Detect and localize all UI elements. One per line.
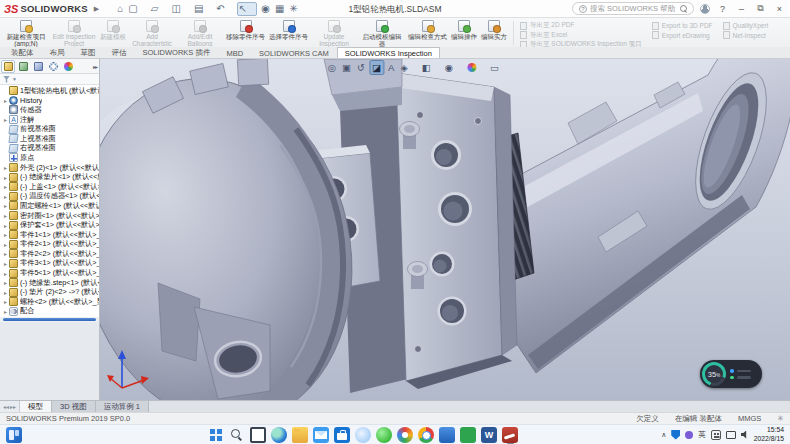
expand-arrow-icon[interactable]: ▸: [2, 289, 9, 296]
close-button[interactable]: ×: [773, 4, 786, 14]
units-selector[interactable]: MMGS: [738, 414, 761, 423]
quick-access-button[interactable]: ◫ ▾: [170, 2, 189, 16]
taskbar-app-button[interactable]: [313, 427, 329, 444]
view-tool-button[interactable]: ◧ ▾: [420, 60, 441, 75]
tree-item[interactable]: ▸ 零件5<1> (默认<<默认>_显示状: [2, 268, 99, 278]
command-tab[interactable]: 布局: [42, 47, 73, 58]
taskbar-app-button[interactable]: [229, 427, 245, 444]
quick-access-button[interactable]: ▦ ▾: [274, 2, 285, 16]
tree-item[interactable]: ▸ 原点: [2, 153, 99, 163]
tree-item[interactable]: ▸ 1型铝轮热电机 (默认<默认_显示状态-1: [2, 86, 99, 96]
command-tab[interactable]: 评估: [104, 47, 135, 58]
network-monitor-icon[interactable]: [726, 431, 736, 439]
expand-arrow-icon[interactable]: ▸: [2, 250, 9, 257]
expand-arrow-icon[interactable]: ▸: [2, 202, 9, 209]
quick-access-button[interactable]: ↶ ▾: [215, 2, 233, 16]
quick-access-button[interactable]: ✳ ▾: [288, 2, 306, 16]
tree-item[interactable]: ▸ (-) 温度传感器<1> (默认<<默认>_: [2, 192, 99, 202]
ribbon-button[interactable]: Add Characteristic: [128, 19, 176, 47]
tray-app-icon[interactable]: [685, 431, 693, 439]
panel-tab-overflow-icon[interactable]: ▸▸: [93, 63, 98, 70]
scroll-first-icon[interactable]: ◂◂: [3, 403, 9, 410]
restore-button[interactable]: ⧉: [754, 3, 767, 14]
expand-arrow-icon[interactable]: ▸: [2, 308, 9, 315]
help-button[interactable]: ?: [716, 4, 729, 14]
expand-arrow-icon[interactable]: ▸: [2, 231, 9, 238]
command-tab[interactable]: SOLIDWORKS Inspection: [337, 47, 440, 58]
document-tab[interactable]: 运动算例 1: [96, 401, 149, 412]
tab-configuration-manager[interactable]: [31, 60, 45, 73]
ribbon-button[interactable]: 新建检查项目(amp;N): [2, 19, 50, 47]
expand-arrow-icon[interactable]: ▸: [2, 222, 9, 229]
tree-filter-row[interactable]: ▼: [0, 74, 99, 85]
document-tab[interactable]: 3D 视图: [52, 401, 96, 412]
export-button[interactable]: QualityXpert: [723, 22, 769, 30]
expand-arrow-icon[interactable]: ▸: [2, 241, 9, 248]
search-icon[interactable]: [680, 5, 687, 12]
taskbar-app-button[interactable]: [439, 427, 455, 444]
ime-keyboard-icon[interactable]: [711, 430, 721, 440]
minimize-button[interactable]: –: [735, 4, 748, 14]
tree-item[interactable]: ▸ History: [2, 96, 99, 106]
expand-arrow-icon[interactable]: ▸: [2, 97, 9, 104]
document-tab[interactable]: 模型: [20, 401, 52, 412]
export-button[interactable]: Export eDrawing: [652, 31, 713, 39]
quick-access-button[interactable]: ↖ ▾: [237, 2, 257, 16]
expand-arrow-icon[interactable]: ▸: [2, 298, 9, 305]
expand-arrow-icon[interactable]: ▸: [2, 270, 9, 277]
taskbar-app-button[interactable]: [334, 427, 350, 444]
tree-item[interactable]: ▸ 配合: [2, 307, 99, 317]
hidden-icons-chevron[interactable]: ∧: [661, 431, 666, 439]
tab-scroll-buttons[interactable]: ◂◂ ▸▸: [0, 401, 20, 412]
export-button[interactable]: Export to 3D PDF: [652, 22, 713, 30]
tab-property-manager[interactable]: [16, 60, 30, 73]
filter-caret-icon[interactable]: ▼: [12, 76, 17, 82]
taskbar-app-button[interactable]: [208, 427, 224, 444]
tree-item[interactable]: ▸ 零件2<2> (默认<<默认>_显示状: [2, 249, 99, 259]
tree-item[interactable]: ▸ 螺栓<2> (默认<<默认>_显示状态: [2, 297, 99, 307]
view-tool-button[interactable]: A ▾: [386, 60, 396, 75]
command-tab[interactable]: 草图: [73, 47, 104, 58]
view-tool-button[interactable]: ◎ ▾: [326, 60, 338, 75]
clock[interactable]: 15:54 2022/8/15: [754, 426, 784, 442]
tree-item[interactable]: ▸ 固定螺栓<1> (默认<<默认>_显示: [2, 201, 99, 211]
taskbar-app-button[interactable]: [355, 427, 371, 444]
ribbon-button[interactable]: Edit Inspection Project: [50, 19, 98, 47]
tab-dimxpert-manager[interactable]: [46, 60, 60, 73]
ribbon-button[interactable]: Add/Edit Balloons: [176, 19, 224, 47]
ribbon-button[interactable]: 新建模板: [98, 19, 128, 47]
menu-expander-icon[interactable]: ▶: [94, 5, 99, 13]
tab-display-manager[interactable]: [61, 60, 75, 73]
tree-item[interactable]: ▸ (-) 绝缘垫.step<1> (默认<<默认>: [2, 278, 99, 288]
rollback-bar[interactable]: [3, 318, 96, 321]
expand-arrow-icon[interactable]: ▸: [2, 183, 9, 190]
filter-funnel-icon[interactable]: [3, 76, 10, 83]
battery-overlay-widget[interactable]: 35 %: [700, 360, 762, 388]
defender-shield-icon[interactable]: [671, 430, 680, 440]
expand-arrow-icon[interactable]: ▸: [2, 279, 9, 286]
ribbon-button[interactable]: Update Inspection Project: [310, 19, 358, 47]
taskbar-app-button[interactable]: [418, 427, 434, 444]
command-tab[interactable]: 装配体: [3, 47, 42, 58]
view-tool-button[interactable]: ↺ ▾: [355, 60, 367, 75]
command-tab[interactable]: SOLIDWORKS CAM: [251, 47, 337, 58]
expand-arrow-icon[interactable]: ▸: [2, 174, 9, 181]
export-button[interactable]: Net-Inspect: [723, 31, 769, 39]
view-tool-button[interactable]: ▣ ▾: [340, 60, 353, 75]
ribbon-button[interactable]: 选择零件序号: [267, 19, 310, 47]
tree-item[interactable]: ▸ (-) 上盖<1> (默认<<默认>_显示状: [2, 182, 99, 192]
tree-item[interactable]: ▸ 保护套<1> (默认<<默认>_显示状: [2, 220, 99, 230]
taskbar-app-button[interactable]: [502, 427, 518, 444]
view-tool-button[interactable]: ● ▾: [465, 60, 486, 75]
ribbon-button[interactable]: 编辑检查方式: [406, 19, 449, 47]
taskbar-app-button[interactable]: [397, 427, 413, 444]
quick-access-button[interactable]: ▤ ▾: [193, 2, 212, 16]
expand-arrow-icon[interactable]: ▸: [2, 193, 9, 200]
expand-arrow-icon[interactable]: ▸: [2, 116, 9, 123]
widgets-button[interactable]: [6, 427, 22, 443]
quick-access-button[interactable]: ▢ ▾: [127, 2, 146, 16]
tree-item[interactable]: ▸ 零件1<1> (默认<<默认>_显示状态: [2, 230, 99, 240]
tree-item[interactable]: ▸ 注解: [2, 115, 99, 125]
view-tool-button[interactable]: ◪ ▾: [369, 60, 384, 75]
tree-item[interactable]: ▸ 传感器: [2, 105, 99, 115]
